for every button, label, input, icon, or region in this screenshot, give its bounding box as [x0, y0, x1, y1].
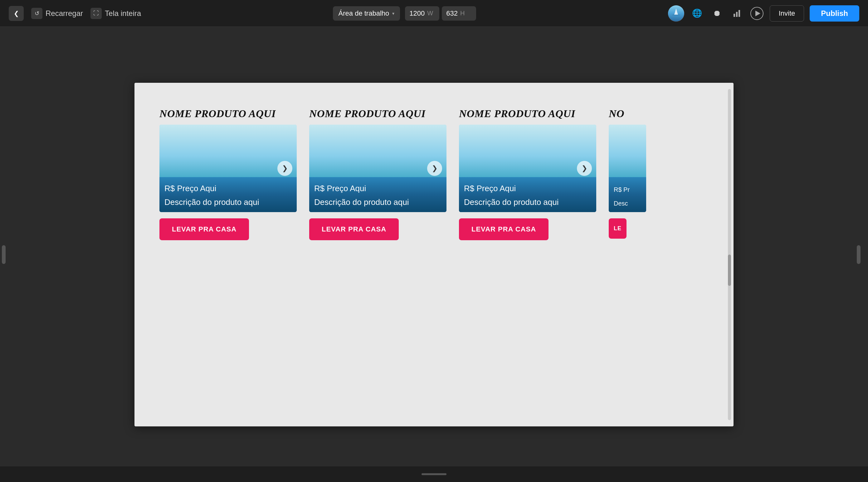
product-section: Nome Produto Aqui R$ Preço Aqui Descriçã… [134, 83, 734, 265]
product-description: Descrição do produto aqui [164, 197, 259, 207]
product-image: R$ Preço Aqui Descrição do produto aqui … [159, 125, 297, 212]
fullscreen-icon-wrapper: ⛶ [91, 8, 102, 19]
reload-icon: ↺ [35, 10, 39, 17]
avatar [668, 5, 684, 22]
viewport-label: Área de trabalho [339, 9, 390, 18]
width-input[interactable]: 1200 W [405, 6, 439, 21]
ocean-sky [159, 125, 297, 177]
ocean-sky [609, 125, 646, 177]
viewport-selector[interactable]: Área de trabalho ▾ [333, 6, 400, 21]
product-name: Nome Produto Aqui [159, 108, 276, 120]
product-price: R$ Preço Aqui [314, 184, 366, 193]
bottom-bar [0, 466, 868, 482]
product-price: R$ Pr [614, 186, 630, 193]
fullscreen-action[interactable]: ⛶ Tela inteira [91, 8, 141, 19]
record-button[interactable]: ⏺ [710, 6, 724, 21]
buy-button[interactable]: Levar Pra Casa [309, 218, 399, 240]
back-icon: ❮ [14, 10, 19, 17]
scrollbar-thumb[interactable] [728, 255, 731, 286]
svg-rect-3 [734, 14, 735, 17]
analytics-icon [733, 9, 741, 18]
record-icon: ⏺ [713, 8, 721, 18]
preview-window: Nome Produto Aqui R$ Preço Aqui Descriçã… [134, 83, 734, 426]
buy-button[interactable]: Levar Pra Casa [459, 218, 549, 240]
product-description: Descrição do produto aqui [464, 197, 559, 207]
product-card: Nome Produto Aqui R$ Preço Aqui Descriçã… [159, 108, 297, 240]
product-price: R$ Preço Aqui [464, 184, 516, 193]
chevron-down-icon: ▾ [392, 11, 394, 16]
canvas-area: Nome Produto Aqui R$ Preço Aqui Descriçã… [0, 27, 868, 482]
product-image: R$ Preço Aqui Descrição do produto aqui … [459, 125, 596, 212]
product-name: No [609, 108, 624, 120]
product-description: Descrição do produto aqui [314, 197, 409, 207]
product-description: Desc [614, 200, 628, 207]
play-button[interactable] [750, 6, 764, 21]
arrow-right-icon: ❯ [432, 164, 437, 172]
product-image: R$ Pr Desc [609, 125, 646, 212]
next-arrow-button[interactable]: ❯ [577, 161, 592, 176]
next-arrow-button[interactable]: ❯ [427, 161, 442, 176]
bottom-handle[interactable] [422, 473, 446, 475]
fullscreen-icon: ⛶ [93, 10, 99, 17]
buy-button[interactable]: Levar Pra Casa [159, 218, 249, 240]
ocean-sky [309, 125, 446, 177]
fullscreen-label: Tela inteira [105, 9, 141, 18]
right-resize-handle[interactable] [857, 245, 861, 264]
reload-action[interactable]: ↺ Recarregar [31, 8, 83, 19]
width-label: W [427, 10, 433, 17]
vertical-scrollbar[interactable] [728, 89, 731, 420]
arrow-right-icon: ❯ [282, 164, 288, 172]
dimension-inputs: 1200 W 632 H [405, 6, 476, 21]
svg-marker-7 [755, 10, 761, 16]
product-image: R$ Preço Aqui Descrição do produto aqui … [309, 125, 446, 212]
publish-button[interactable]: Publish [810, 5, 859, 22]
play-icon [750, 6, 764, 20]
svg-rect-4 [736, 12, 738, 17]
globe-button[interactable]: 🌐 [690, 6, 704, 21]
arrow-right-icon: ❯ [582, 164, 587, 172]
product-price: R$ Preço Aqui [164, 184, 216, 193]
toolbar: ❮ ↺ Recarregar ⛶ Tela inteira Área de tr… [0, 0, 868, 27]
svg-rect-5 [739, 10, 740, 17]
toolbar-left: ❮ ↺ Recarregar ⛶ Tela inteira [9, 6, 141, 21]
reload-label: Recarregar [45, 9, 83, 18]
product-name: Nome Produto Aqui [309, 108, 426, 120]
toolbar-center: Área de trabalho ▾ 1200 W 632 H [147, 6, 662, 21]
left-resize-handle[interactable] [2, 245, 6, 264]
buy-button[interactable]: Le [609, 218, 626, 239]
analytics-button[interactable] [730, 6, 744, 21]
product-card: Nome Produto Aqui R$ Preço Aqui Descriçã… [459, 108, 596, 240]
height-value: 632 [446, 9, 458, 18]
ocean-sky [459, 125, 596, 177]
toolbar-right: 🌐 ⏺ Invite Publish [668, 5, 859, 22]
product-card-partial: No R$ Pr Desc Le [609, 108, 646, 240]
width-value: 1200 [409, 9, 425, 18]
product-card: Nome Produto Aqui R$ Preço Aqui Descriçã… [309, 108, 446, 240]
invite-button[interactable]: Invite [770, 5, 804, 22]
back-button[interactable]: ❮ [9, 6, 24, 21]
globe-icon: 🌐 [692, 8, 702, 18]
reload-icon-wrapper: ↺ [31, 8, 42, 19]
height-input[interactable]: 632 H [442, 6, 476, 21]
next-arrow-button[interactable]: ❯ [277, 161, 292, 176]
avatar-image [668, 5, 684, 22]
product-name: Nome Produto Aqui [459, 108, 575, 120]
svg-rect-2 [672, 15, 680, 15]
height-label: H [460, 10, 465, 17]
